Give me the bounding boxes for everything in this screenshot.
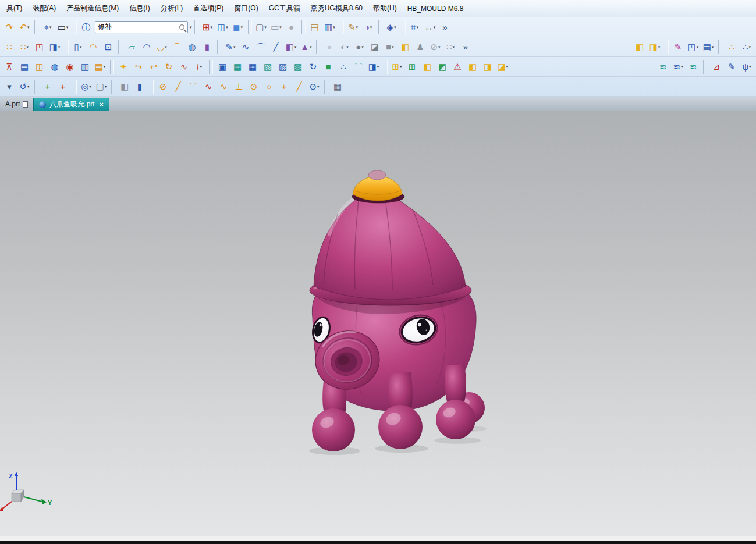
object-info-icon[interactable]: ⓘ — [79, 20, 94, 35]
menu-tools[interactable]: 具(T) — [1, 2, 27, 15]
mini-dropdown[interactable]: ▾ — [2, 79, 17, 94]
search-dropdown-icon[interactable]: ▾ — [190, 25, 192, 30]
patch-open-icon[interactable]: ⊞▾ — [389, 59, 404, 74]
link-cluster-blue-icon-dropdown[interactable]: ▾ — [749, 45, 751, 49]
material-sphere-dark-icon[interactable]: ●▾ — [352, 40, 367, 55]
link-cluster-orange-icon[interactable]: ∴ — [724, 40, 739, 55]
cylinder-feature-icon[interactable]: ▮ — [200, 40, 215, 55]
face-analysis-icon[interactable]: ◪ — [367, 40, 382, 55]
bounded-plane-icon[interactable]: ▣ — [215, 59, 230, 74]
target-point-icon[interactable]: ◎▾ — [79, 79, 94, 94]
edge-patch-c-icon-dropdown[interactable]: ▾ — [506, 65, 509, 69]
blank-swatch-icon[interactable]: ▭▾ — [269, 20, 284, 35]
material-sphere-dark-icon-dropdown[interactable]: ▾ — [361, 45, 364, 49]
wave-geometry-icon-dropdown[interactable]: ▾ — [658, 45, 661, 49]
mesh-surface-teal-icon[interactable]: ▦ — [230, 59, 245, 74]
dot-grid-icon[interactable]: ∷▾ — [443, 40, 458, 55]
perpendicular-icon[interactable]: ⊥ — [231, 79, 246, 94]
sketch-spline-icon[interactable]: ∿ — [216, 79, 231, 94]
freeform-b-icon[interactable]: ≋▾ — [670, 59, 686, 74]
stamp-icon[interactable]: ◳ — [32, 40, 47, 55]
key-icon[interactable]: ✦ — [116, 59, 131, 74]
dome-feature-icon[interactable]: ◠ — [86, 40, 101, 55]
face-shade-icon[interactable]: ■▾ — [382, 40, 397, 55]
section-view-icon[interactable]: ◫▾ — [215, 20, 230, 35]
menu-info[interactable]: 信息(I) — [124, 2, 155, 15]
point-pattern-icon[interactable]: ∷ — [2, 40, 17, 55]
expand-plus-red-icon[interactable]: + — [55, 79, 70, 94]
line-icon[interactable]: ╱ — [268, 40, 283, 55]
part-list-icon[interactable]: ▤▾ — [701, 40, 716, 55]
profile-flip-icon[interactable]: ⊘ — [155, 79, 171, 94]
ruled-surface-icon[interactable]: ▧ — [260, 59, 275, 74]
snap-point-icon-dropdown[interactable]: ▾ — [394, 25, 396, 30]
delete-face-icon[interactable]: ◩ — [435, 59, 450, 74]
expand-plus-green-icon[interactable]: + — [40, 79, 55, 94]
menu-help[interactable]: 帮助(H) — [368, 2, 402, 15]
highlight-box-icon[interactable]: ◧ — [397, 40, 413, 55]
add-layer-icon[interactable]: ◨▾ — [47, 40, 62, 55]
bend-icon[interactable]: ⌒ — [169, 40, 184, 55]
molecule-link-icon[interactable]: ∴ — [336, 59, 351, 74]
dot-grid-icon-dropdown[interactable]: ▾ — [453, 45, 455, 49]
datum-csys-icon-dropdown[interactable]: ▾ — [49, 25, 52, 30]
menu-preferences[interactable]: 首选项(P) — [188, 2, 229, 15]
menu-assembly[interactable]: 装配(A) — [27, 2, 61, 15]
column-feature-icon-dropdown[interactable]: ▾ — [80, 45, 82, 49]
block-feature-icon[interactable]: ◧▾ — [283, 40, 299, 55]
viewport-canvas[interactable]: Z Y — [0, 111, 756, 536]
plus-tool-icon[interactable]: + — [276, 79, 292, 94]
display-color-swatch[interactable]: ▭▾ — [55, 20, 70, 35]
cone-feature-icon[interactable]: ▲▾ — [299, 40, 314, 55]
operation-doc-icon[interactable]: ▤ — [17, 59, 32, 74]
datum-stamp-icon[interactable]: ◳▾ — [686, 40, 701, 55]
style-pen-icon[interactable]: ✎ — [724, 59, 739, 74]
assembly-navigator-icon[interactable]: ▥▾ — [322, 20, 338, 35]
menu-gc-toolbox[interactable]: GC工具箱 — [264, 2, 306, 15]
snap-point-icon[interactable]: ◈▾ — [384, 20, 399, 35]
render-style-sphere-icon[interactable]: ● — [284, 20, 299, 35]
point-cloud-icon[interactable]: ∷▾ — [17, 40, 32, 55]
through-curves-icon[interactable]: ▨ — [275, 59, 290, 74]
grid-display-icon[interactable]: ▦ — [330, 79, 345, 94]
target-point-icon-dropdown[interactable]: ▾ — [89, 84, 91, 89]
draft-check-icon[interactable]: ⊿ — [709, 59, 724, 74]
shaded-view-icon-dropdown[interactable]: ▾ — [240, 25, 243, 30]
sketch-icon-dropdown[interactable]: ▾ — [233, 45, 236, 49]
datum-stamp-icon-dropdown[interactable]: ▾ — [697, 45, 699, 49]
wireframe-view-icon[interactable]: ▢▾ — [254, 20, 269, 35]
spline-red-icon[interactable]: ∿ — [176, 59, 191, 74]
view-layout-icon[interactable]: ⊞▾ — [200, 20, 215, 35]
overflow-chevron-icon[interactable]: » — [438, 20, 453, 35]
sweep-arc-icon[interactable]: ⌒ — [351, 59, 366, 74]
inspect-icon[interactable]: ◉ — [62, 59, 77, 74]
flange-icon-dropdown[interactable]: ▾ — [165, 45, 167, 49]
octopus-model[interactable] — [310, 170, 485, 451]
menu-analysis[interactable]: 分析(L) — [155, 2, 189, 15]
undo-icon[interactable]: ↶▾ — [17, 20, 32, 35]
shop-doc-icon-dropdown[interactable]: ▾ — [104, 65, 106, 69]
sketch-line-icon[interactable]: ╱ — [171, 79, 186, 94]
boss-tool-icon[interactable]: ▮ — [132, 79, 147, 94]
offset-face-icon[interactable]: ◨▾ — [366, 59, 381, 74]
measure-distance-icon-dropdown[interactable]: ▾ — [416, 25, 418, 30]
assembly-navigator-icon-dropdown[interactable]: ▾ — [333, 25, 335, 30]
tab-a-prt[interactable]: A.prt — [0, 98, 33, 111]
concentric-icon[interactable]: ⊙ — [246, 79, 261, 94]
true-shading-icon-dropdown[interactable]: ▾ — [370, 25, 372, 30]
refresh-fit-icon-dropdown[interactable]: ▾ — [27, 84, 30, 89]
link-cluster-blue-icon[interactable]: ∴▾ — [739, 40, 754, 55]
refresh-fit-icon[interactable]: ↺▾ — [17, 79, 32, 94]
mesh-surface-blue-icon[interactable]: ▦ — [245, 59, 260, 74]
slash-tool-icon[interactable]: ╱ — [292, 79, 307, 94]
curve-mesh-icon[interactable]: ▩ — [290, 59, 306, 74]
edit-display-icon-dropdown[interactable]: ▾ — [356, 25, 359, 30]
search-input[interactable] — [98, 23, 179, 31]
freeform-c-icon[interactable]: ≋ — [686, 59, 701, 74]
role-person-icon[interactable]: ♟ — [413, 40, 428, 55]
pocket-feature-icon[interactable]: ⊡ — [101, 40, 116, 55]
wave-geometry-icon[interactable]: ◨▾ — [647, 40, 662, 55]
wrinkle-curve-icon-dropdown[interactable]: ▾ — [200, 65, 203, 69]
true-shading-icon[interactable]: ◑▾ — [361, 20, 376, 35]
face-shade-icon-dropdown[interactable]: ▾ — [392, 45, 394, 49]
